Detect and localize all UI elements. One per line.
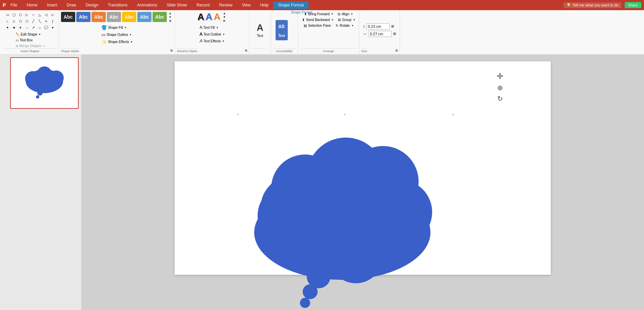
send-backward-button[interactable]: ⬇ Send Backward ▾ xyxy=(300,17,335,22)
shape-icon-curve[interactable]: ∿ xyxy=(43,18,49,24)
style-orange[interactable]: Abc xyxy=(92,12,106,22)
shape-icon-arrow2[interactable]: ↗ xyxy=(30,24,36,30)
shape-icon-rect[interactable]: ▭ xyxy=(4,12,11,18)
shape-icon-rtri[interactable]: ◁ xyxy=(43,12,49,18)
move-icon[interactable]: ✛ xyxy=(497,71,503,81)
width-input[interactable]: 0.27 cm xyxy=(368,31,392,37)
wordart-scroll-down[interactable]: ▼ xyxy=(222,15,227,19)
text-effects-button[interactable]: A Text Effects ▾ xyxy=(198,38,226,44)
edit-shape-icon: ✏️ xyxy=(16,33,20,36)
slide-thumbnail[interactable] xyxy=(10,57,79,109)
accessibility-group: Alt Text Accessibility xyxy=(271,10,298,54)
wordart-scroll-up[interactable]: ▲ xyxy=(222,12,227,15)
wordart-a-orange[interactable]: A xyxy=(214,12,221,22)
text-fill-button[interactable]: A Text Fill ▾ xyxy=(198,24,226,30)
group-arrow: ▾ xyxy=(354,18,355,21)
tab-file[interactable]: File xyxy=(6,1,22,9)
shape-icon-para[interactable]: ▱ xyxy=(49,12,56,18)
shape-icon-star4[interactable]: ✦ xyxy=(4,24,11,30)
wordart-a-blue[interactable]: A xyxy=(205,12,212,22)
canvas-area[interactable]: ✛ ⊕ ↻ xyxy=(81,55,644,310)
style-lightblue[interactable]: Abc xyxy=(137,12,152,22)
insert-shapes-content: ▭ ▢ ⬡ ▷ ○ △ ◁ ▱ ⌂ ◇ ⬠ ⬡ ╱ ╲ ∿ ∫ ✦ ★ ✶ xyxy=(3,12,57,48)
align-button[interactable]: ⊟ Align ▾ xyxy=(336,12,355,17)
tab-slideshow[interactable]: Slide Show xyxy=(162,1,192,9)
search-text: Tell me what you want to do xyxy=(572,3,619,7)
shape-icon-star6[interactable]: ✶ xyxy=(17,24,23,30)
style-scroll-down[interactable]: ▼ xyxy=(168,15,173,19)
tab-draw[interactable]: Draw xyxy=(62,1,81,9)
style-dark[interactable]: Abc xyxy=(61,12,75,22)
shape-icon-tri[interactable]: △ xyxy=(37,12,43,18)
shapes-grid: ▭ ▢ ⬡ ▷ ○ △ ◁ ▱ ⌂ ◇ ⬠ ⬡ ╱ ╲ ∿ ∫ ✦ ★ ✶ xyxy=(4,12,56,30)
tab-view[interactable]: View xyxy=(237,1,256,9)
bring-forward-arrow: ▾ xyxy=(331,13,333,16)
handle-tl[interactable] xyxy=(237,114,239,115)
shape-icon-oval[interactable]: ○ xyxy=(30,12,36,18)
edit-shape-button[interactable]: ✏️ Edit Shape ▾ xyxy=(14,32,46,37)
style-green[interactable]: Abc xyxy=(153,12,167,22)
shape-icon-line[interactable]: ╱ xyxy=(30,18,36,24)
tab-animations[interactable]: Animations xyxy=(132,1,162,9)
tab-shape-format[interactable]: Shape Format xyxy=(273,1,308,9)
edit-shape-label: Edit Shape xyxy=(21,33,37,36)
height-icon: ↕ xyxy=(363,24,365,29)
search-bar[interactable]: 💡 Tell me what you want to do xyxy=(564,2,621,8)
shape-effects-button[interactable]: ✨ Shape Effects ▾ xyxy=(99,39,134,45)
shape-icon-trap[interactable]: ⌂ xyxy=(4,18,11,24)
shape-icon-arrow[interactable]: → xyxy=(24,24,30,30)
tab-home[interactable]: Home xyxy=(22,1,42,9)
wordart-a-black[interactable]: A xyxy=(197,12,204,22)
shape-outline-button[interactable]: ▭ Shape Outline ▾ xyxy=(99,32,134,38)
tab-design[interactable]: Design xyxy=(81,1,103,9)
text-box-button[interactable]: ▭ Text Box xyxy=(14,38,46,43)
shape-icon-star5[interactable]: ★ xyxy=(11,24,17,30)
shape-icon-line2[interactable]: ╲ xyxy=(37,18,43,24)
shape-icon-doublearrow[interactable]: ↔ xyxy=(37,24,43,30)
shape-icon-freeform[interactable]: ∫ xyxy=(49,18,56,24)
text-button-icon: A xyxy=(257,22,263,33)
height-spinner[interactable]: ⊞ xyxy=(391,24,394,28)
text-outline-button[interactable]: A Text Outline ▾ xyxy=(198,31,226,37)
shape-icon-hex[interactable]: ⬡ xyxy=(24,18,30,24)
width-spinner[interactable]: ⊞ xyxy=(393,32,396,36)
rotate-handle-icon[interactable]: ↻ xyxy=(497,95,503,103)
style-blue[interactable]: Abc xyxy=(76,12,90,22)
text-button[interactable]: A Text xyxy=(251,21,268,39)
rotate-button[interactable]: ↻ Rotate ▾ xyxy=(334,23,355,28)
tab-help[interactable]: Help xyxy=(256,1,274,9)
height-input[interactable]: 0.23 cm xyxy=(366,23,390,29)
thought-bubble[interactable] xyxy=(237,114,454,310)
shape-effects-label: Shape Effects xyxy=(108,40,129,44)
style-gray[interactable]: Abc xyxy=(107,12,121,22)
resize-icon[interactable]: ⊕ xyxy=(497,84,503,92)
shape-fill-button[interactable]: 🪣 Shape Fill ▾ xyxy=(99,24,134,31)
tab-transitions[interactable]: Transitions xyxy=(103,1,132,9)
shape-icon-pent[interactable]: ⬠ xyxy=(17,18,23,24)
tab-insert[interactable]: Insert xyxy=(42,1,62,9)
tab-review[interactable]: Review xyxy=(214,1,237,9)
shape-icon-diamond[interactable]: ◇ xyxy=(11,18,17,24)
tab-record[interactable]: Record xyxy=(192,1,215,9)
style-yellow[interactable]: Abc xyxy=(122,12,136,22)
shape-icon-cylinder[interactable]: ▷ xyxy=(24,12,30,18)
alt-text-button[interactable]: Alt Text xyxy=(273,19,290,42)
size-expand[interactable]: ⧉ xyxy=(396,49,398,53)
slide-thumb-content xyxy=(12,59,77,107)
style-scroll-up[interactable]: ▲ xyxy=(168,12,173,15)
merge-shapes-button[interactable]: ⊕ Merge Shapes ▾ xyxy=(14,43,46,48)
shape-icon-callout[interactable]: 💬 xyxy=(43,24,49,30)
share-button[interactable]: Share xyxy=(625,2,641,8)
selection-pane-button[interactable]: ▤ Selection Pane xyxy=(302,23,333,28)
shape-icon-rrect[interactable]: ▢ xyxy=(11,12,17,18)
handle-tc[interactable] xyxy=(344,114,345,115)
handle-tr[interactable] xyxy=(452,114,454,115)
wordart-styles-expand[interactable]: ⧉ xyxy=(245,49,247,53)
slide-canvas[interactable]: ✛ ⊕ ↻ xyxy=(175,61,551,275)
shape-icon-more[interactable]: ▾ xyxy=(49,24,56,30)
style-scroll-more[interactable]: ⊞ xyxy=(168,19,173,22)
shape-styles-expand[interactable]: ⧉ xyxy=(170,49,173,53)
shape-icon-snip[interactable]: ⬡ xyxy=(17,12,23,18)
wordart-scroll-more[interactable]: ⊞ xyxy=(222,19,227,22)
group-button[interactable]: ⊞ Group ▾ xyxy=(336,17,357,22)
